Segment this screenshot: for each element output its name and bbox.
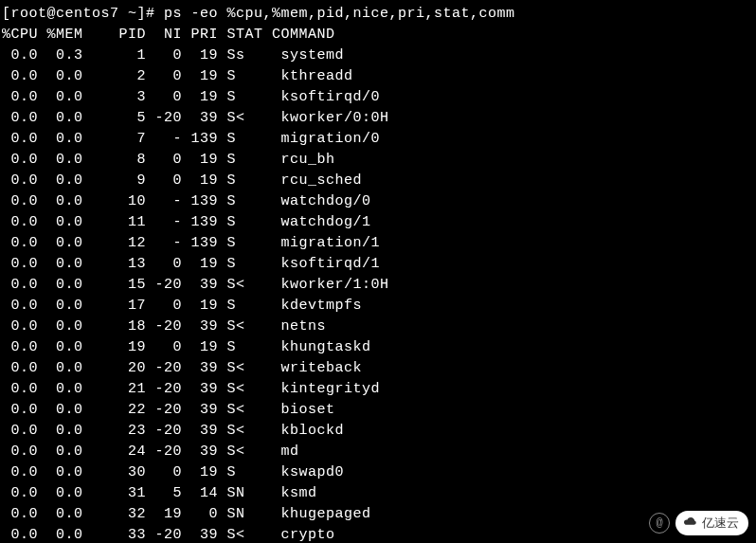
table-row: 0.0 0.0 31 5 14 SN ksmd bbox=[2, 483, 754, 504]
table-row: 0.0 0.0 30 0 19 S kswapd0 bbox=[2, 462, 754, 483]
cloud-icon bbox=[681, 513, 698, 534]
table-row: 0.0 0.0 10 - 139 S watchdog/0 bbox=[2, 191, 754, 212]
table-row: 0.0 0.0 2 0 19 S kthreadd bbox=[2, 66, 754, 87]
watermark-badge: 亿速云 bbox=[675, 511, 748, 535]
table-row: 0.0 0.0 23 -20 39 S< kblockd bbox=[2, 421, 754, 442]
at-circle-icon: @ bbox=[649, 513, 670, 534]
table-row: 0.0 0.0 5 -20 39 S< kworker/0:0H bbox=[2, 108, 754, 129]
process-list: 0.0 0.3 1 0 19 Ss systemd 0.0 0.0 2 0 19… bbox=[2, 45, 754, 543]
table-row: 0.0 0.0 19 0 19 S khungtaskd bbox=[2, 337, 754, 358]
table-row: 0.0 0.0 11 - 139 S watchdog/1 bbox=[2, 212, 754, 233]
table-row: 0.0 0.3 1 0 19 Ss systemd bbox=[2, 45, 754, 66]
table-row: 0.0 0.0 24 -20 39 S< md bbox=[2, 442, 754, 462]
table-row: 0.0 0.0 12 - 139 S migration/1 bbox=[2, 233, 754, 254]
watermark-text: 亿速云 bbox=[702, 513, 739, 534]
table-row: 0.0 0.0 20 -20 39 S< writeback bbox=[2, 358, 754, 379]
table-row: 0.0 0.0 32 19 0 SN khugepaged bbox=[2, 504, 754, 525]
table-row: 0.0 0.0 18 -20 39 S< netns bbox=[2, 317, 754, 337]
table-header: %CPU %MEM PID NI PRI STAT COMMAND bbox=[2, 25, 754, 45]
table-row: 0.0 0.0 17 0 19 S kdevtmpfs bbox=[2, 296, 754, 317]
table-row: 0.0 0.0 15 -20 39 S< kworker/1:0H bbox=[2, 275, 754, 296]
table-row: 0.0 0.0 22 -20 39 S< bioset bbox=[2, 400, 754, 421]
watermark: @ 亿速云 bbox=[649, 511, 748, 535]
table-row: 0.0 0.0 3 0 19 S ksoftirqd/0 bbox=[2, 87, 754, 108]
table-row: 0.0 0.0 21 -20 39 S< kintegrityd bbox=[2, 379, 754, 400]
command-prompt: [root@centos7 ~]# ps -eo %cpu,%mem,pid,n… bbox=[2, 4, 754, 25]
table-row: 0.0 0.0 13 0 19 S ksoftirqd/1 bbox=[2, 254, 754, 275]
table-row: 0.0 0.0 8 0 19 S rcu_bh bbox=[2, 150, 754, 171]
table-row: 0.0 0.0 33 -20 39 S< crypto bbox=[2, 525, 754, 543]
table-row: 0.0 0.0 7 - 139 S migration/0 bbox=[2, 129, 754, 150]
table-row: 0.0 0.0 9 0 19 S rcu_sched bbox=[2, 171, 754, 191]
